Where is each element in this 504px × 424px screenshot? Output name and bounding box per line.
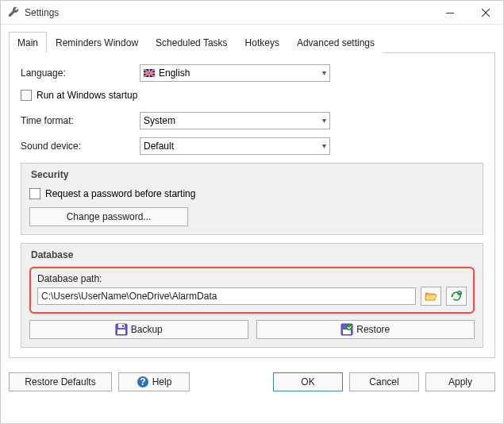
change-password-button[interactable]: Change password...	[29, 207, 188, 226]
database-title: Database	[29, 244, 475, 267]
chevron-down-icon: ▾	[322, 68, 326, 77]
refresh-icon	[450, 290, 463, 303]
settings-window: Settings Main Reminders Window Scheduled…	[0, 0, 504, 424]
content-area: Main Reminders Window Scheduled Tasks Ho…	[1, 25, 503, 364]
request-password-label: Request a password before starting	[45, 188, 195, 199]
svg-rect-7	[144, 73, 155, 74]
chevron-down-icon: ▾	[322, 116, 326, 125]
close-button[interactable]	[467, 1, 503, 25]
window-title: Settings	[25, 7, 432, 18]
security-title: Security	[29, 164, 475, 187]
ok-button[interactable]: OK	[273, 372, 343, 391]
wrench-icon	[7, 6, 20, 19]
time-format-select[interactable]: System ▾	[140, 112, 330, 129]
sound-device-value: Default	[144, 141, 174, 152]
uk-flag-icon	[144, 69, 155, 77]
button-bar: Restore Defaults ? Help OK Cancel Apply	[1, 364, 503, 399]
chevron-down-icon: ▾	[322, 141, 326, 150]
tab-hotkeys[interactable]: Hotkeys	[237, 32, 288, 53]
help-label: Help	[152, 376, 172, 387]
restore-defaults-label: Restore Defaults	[25, 376, 95, 387]
time-format-value: System	[144, 115, 175, 126]
language-label: Language:	[21, 67, 140, 79]
restore-icon	[340, 323, 353, 336]
database-path-input[interactable]: C:\Users\UserName\OneDrive\AlarmData	[37, 287, 416, 305]
folder-open-icon	[425, 291, 437, 302]
language-value: English	[159, 67, 190, 79]
time-format-label: Time format:	[21, 115, 140, 126]
svg-rect-12	[117, 330, 125, 334]
restore-defaults-button[interactable]: Restore Defaults	[9, 372, 112, 391]
ok-label: OK	[301, 376, 314, 387]
run-startup-checkbox[interactable]	[21, 90, 32, 101]
sound-device-select[interactable]: Default ▾	[140, 137, 330, 155]
database-group: Database Database path: C:\Users\UserNam…	[21, 243, 483, 348]
cancel-button[interactable]: Cancel	[349, 372, 419, 391]
save-icon	[115, 323, 128, 336]
svg-rect-0	[446, 13, 454, 13]
database-path-label: Database path:	[37, 273, 467, 284]
svg-rect-11	[122, 325, 124, 327]
svg-text:?: ?	[140, 376, 145, 387]
database-path-value: C:\Users\UserName\OneDrive\AlarmData	[41, 291, 217, 302]
help-icon: ?	[137, 376, 149, 388]
backup-label: Backup	[131, 324, 163, 335]
titlebar: Settings	[1, 1, 503, 25]
tab-main[interactable]: Main	[9, 32, 47, 53]
security-group: Security Request a password before start…	[21, 163, 483, 235]
browse-folder-button[interactable]	[421, 287, 441, 306]
cancel-label: Cancel	[369, 376, 398, 387]
change-password-label: Change password...	[67, 211, 152, 222]
run-startup-label: Run at Windows startup	[37, 90, 137, 101]
apply-button[interactable]: Apply	[425, 372, 495, 391]
tab-panel-main: Language: English ▾ Run at Windows start…	[9, 53, 495, 358]
help-button[interactable]: ? Help	[118, 372, 190, 391]
restore-button[interactable]: Restore	[256, 320, 475, 339]
request-password-checkbox[interactable]	[29, 188, 40, 199]
refresh-button[interactable]	[446, 287, 467, 306]
apply-label: Apply	[448, 376, 472, 387]
backup-button[interactable]: Backup	[29, 320, 248, 339]
language-select[interactable]: English ▾	[140, 64, 330, 82]
tab-strip: Main Reminders Window Scheduled Tasks Ho…	[9, 31, 495, 53]
database-path-highlight: Database path: C:\Users\UserName\OneDriv…	[29, 267, 475, 314]
tab-reminders-window[interactable]: Reminders Window	[47, 32, 147, 53]
restore-label: Restore	[356, 324, 390, 335]
tab-advanced-settings[interactable]: Advanced settings	[288, 32, 383, 53]
tab-scheduled-tasks[interactable]: Scheduled Tasks	[147, 32, 237, 53]
minimize-button[interactable]	[432, 1, 467, 25]
sound-device-label: Sound device:	[21, 141, 140, 152]
